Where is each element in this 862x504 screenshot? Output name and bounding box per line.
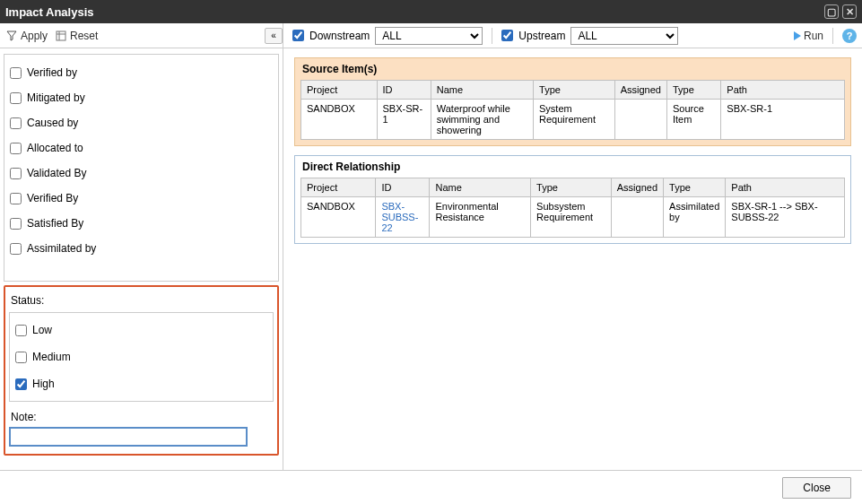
column-header[interactable]: Type [534, 81, 615, 100]
svg-rect-0 [57, 31, 65, 40]
table-cell: Environmental Resistance [430, 197, 531, 238]
table-row[interactable]: SANDBOXSBX-SUBSS-22Environmental Resista… [301, 197, 845, 238]
filter-checkbox[interactable] [10, 193, 22, 204]
filter-label: Assimilated by [27, 242, 96, 255]
status-label: Low [32, 324, 52, 336]
status-checkbox[interactable] [15, 378, 27, 390]
table-cell: Source Item [666, 100, 720, 140]
apply-button[interactable]: Apply [5, 30, 48, 42]
play-icon [794, 31, 801, 40]
collapse-sidebar-button[interactable]: « [265, 28, 283, 44]
status-label: Medium [32, 351, 71, 363]
titlebar: Impact Analysis ▢ ✕ [0, 0, 862, 23]
source-items-title: Source Item(s) [295, 58, 850, 80]
filter-checkbox[interactable] [10, 218, 22, 230]
apply-label: Apply [21, 30, 48, 42]
note-heading: Note: [9, 402, 274, 427]
filter-item: Assimilated by [8, 236, 274, 261]
window-title: Impact Analysis [5, 5, 94, 19]
main-pane: Source Item(s) ProjectIDNameTypeAssigned… [283, 48, 862, 470]
upstream-label: Upstream [518, 30, 565, 42]
table-cell: Assimilated by [664, 197, 726, 238]
filter-label: Satisfied By [27, 217, 83, 230]
close-button[interactable]: Close [782, 477, 851, 499]
column-header[interactable]: Path [726, 178, 845, 197]
table-cell: Subsystem Requirement [531, 197, 612, 238]
close-window-button[interactable]: ✕ [842, 4, 857, 19]
table-cell [614, 100, 666, 140]
table-cell: SBX-SUBSS-22 [376, 197, 430, 238]
filter-item: Verified By [8, 186, 274, 211]
downstream-select[interactable]: ALL [375, 27, 483, 45]
table-row[interactable]: SANDBOXSBX-SR-1Waterproof while swimming… [301, 100, 845, 140]
column-header[interactable]: ID [376, 178, 430, 197]
filter-label: Verified by [27, 66, 77, 79]
filter-checkbox[interactable] [10, 67, 22, 79]
upstream-select[interactable]: ALL [570, 27, 678, 45]
column-header[interactable]: Name [431, 81, 533, 100]
column-header[interactable]: Assigned [614, 81, 666, 100]
direct-relationship-title: Direct Relationship [295, 156, 850, 178]
source-items-panel: Source Item(s) ProjectIDNameTypeAssigned… [294, 57, 851, 146]
run-button[interactable]: Run [794, 30, 823, 42]
reset-label: Reset [70, 30, 98, 42]
table-cell: SBX-SR-1 [377, 100, 431, 140]
minimize-button[interactable]: ▢ [824, 4, 839, 19]
column-header[interactable]: Project [301, 81, 378, 100]
status-panel: Status: LowMediumHigh Note: [4, 285, 279, 456]
filter-list: Verified byMitigated byCaused byAllocate… [4, 54, 279, 282]
column-header[interactable]: Type [531, 178, 612, 197]
direct-relationship-panel: Direct Relationship ProjectIDNameTypeAss… [294, 155, 851, 244]
reset-button[interactable]: Reset [55, 30, 98, 42]
status-checkbox[interactable] [15, 325, 27, 336]
table-cell: Waterproof while swimming and showering [431, 100, 533, 140]
filter-checkbox[interactable] [10, 92, 22, 104]
footer: Close [0, 470, 862, 504]
table-cell: SANDBOX [301, 100, 378, 140]
filter-checkbox[interactable] [10, 117, 22, 129]
filter-checkbox[interactable] [10, 243, 22, 255]
toolbar: Apply Reset « Downstream ALL Upstream AL… [0, 23, 862, 48]
table-cell [611, 197, 663, 238]
column-header[interactable]: ID [377, 81, 431, 100]
filter-checkbox[interactable] [10, 143, 22, 154]
source-items-table: ProjectIDNameTypeAssignedTypePath SANDBO… [300, 80, 845, 140]
filter-label: Validated By [27, 167, 87, 179]
direct-relationship-table: ProjectIDNameTypeAssignedTypePath SANDBO… [300, 178, 845, 238]
status-options: LowMediumHigh [9, 312, 274, 402]
column-header[interactable]: Assigned [611, 178, 663, 197]
id-link[interactable]: SBX-SUBSS-22 [381, 201, 418, 233]
filter-item: Satisfied By [8, 211, 274, 236]
help-button[interactable]: ? [842, 29, 857, 43]
column-header[interactable]: Path [721, 81, 845, 100]
status-label: High [32, 378, 55, 390]
chevron-left-icon: « [271, 30, 276, 40]
table-cell: SBX-SR-1 [721, 100, 845, 140]
table-cell: SBX-SR-1 --> SBX-SUBSS-22 [726, 197, 845, 238]
grid-icon [55, 30, 67, 42]
filter-item: Mitigated by [8, 85, 274, 110]
sidebar: Verified byMitigated byCaused byAllocate… [0, 48, 283, 470]
filter-checkbox[interactable] [10, 168, 22, 179]
status-row: Medium [13, 343, 269, 370]
column-header[interactable]: Type [664, 178, 726, 197]
filter-label: Verified By [27, 192, 78, 204]
separator [832, 28, 833, 44]
filter-item: Validated By [8, 161, 274, 186]
table-cell: System Requirement [534, 100, 615, 140]
status-row: High [13, 370, 269, 397]
filter-label: Mitigated by [27, 91, 85, 104]
filter-label: Caused by [27, 117, 78, 129]
filter-label: Allocated to [27, 142, 83, 154]
note-input[interactable] [9, 427, 248, 447]
filter-icon [5, 30, 18, 42]
downstream-label: Downstream [309, 30, 370, 42]
column-header[interactable]: Project [301, 178, 376, 197]
column-header[interactable]: Name [430, 178, 531, 197]
downstream-checkbox[interactable] [292, 30, 304, 41]
upstream-checkbox[interactable] [501, 30, 513, 41]
run-label: Run [804, 30, 823, 42]
status-heading: Status: [9, 292, 274, 312]
column-header[interactable]: Type [666, 81, 720, 100]
status-checkbox[interactable] [15, 352, 27, 363]
